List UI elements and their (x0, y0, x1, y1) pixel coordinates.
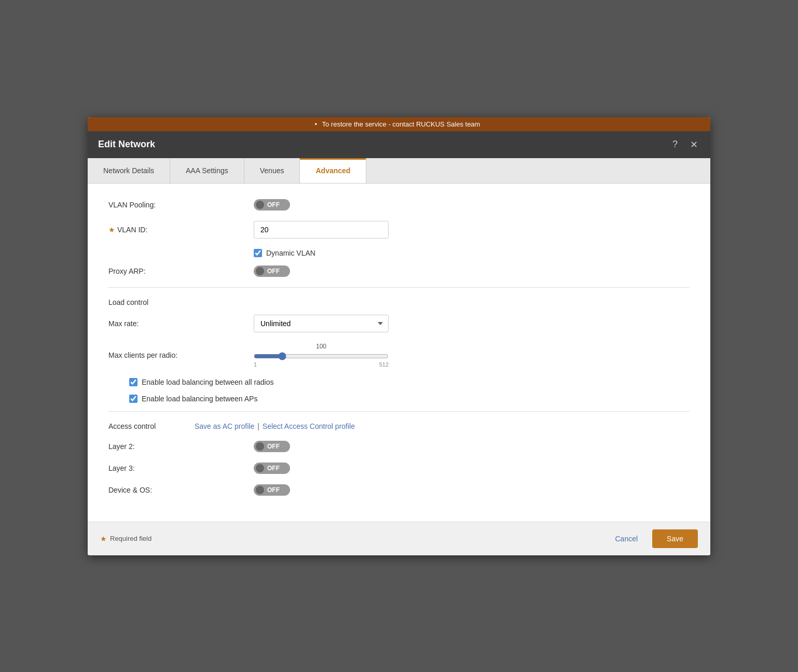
modal-footer: ★ Required field Cancel Save (88, 522, 710, 555)
dynamic-vlan-label: Dynamic VLAN (266, 249, 315, 257)
modal: • To restore the service - contact RUCKU… (88, 117, 710, 555)
proxy-arp-label: Proxy ARP: (108, 267, 254, 275)
vlan-pooling-row: VLAN Pooling: OFF (108, 199, 690, 211)
select-ac-profile-link[interactable]: Select Access Control profile (263, 422, 355, 430)
tab-venues[interactable]: Venues (244, 158, 300, 183)
max-rate-select[interactable]: Unlimited 1 Mbps 2 Mbps 5 Mbps 10 Mbps (254, 315, 389, 332)
proxy-arp-control: OFF (254, 265, 690, 277)
max-clients-value-label: 100 (254, 343, 389, 350)
lb-aps-row: Enable load balancing between APs (129, 395, 690, 403)
help-icon[interactable]: ? (669, 138, 681, 151)
layer3-toggle[interactable]: OFF (254, 463, 290, 474)
vlan-pooling-toggle-label: OFF (267, 201, 280, 208)
lb-aps-label: Enable load balancing between APs (142, 395, 257, 403)
layer2-control: OFF (254, 441, 690, 452)
header-icons: ? ✕ (669, 138, 700, 151)
toggle-dot (256, 464, 264, 472)
divider-1 (108, 287, 690, 288)
lb-radios-label: Enable load balancing between all radios (142, 378, 274, 386)
modal-body: VLAN Pooling: OFF ★ VLAN ID: Dynamic VLA… (88, 184, 710, 522)
vlan-id-input[interactable] (254, 221, 389, 239)
footer-buttons: Cancel Save (607, 529, 698, 548)
lb-radios-row: Enable load balancing between all radios (129, 378, 690, 386)
dynamic-vlan-checkbox[interactable] (254, 249, 262, 257)
vlan-id-label-text: VLAN ID: (117, 226, 147, 234)
layer2-label: Layer 2: (108, 442, 254, 451)
divider-2 (108, 411, 690, 412)
slider-min-label: 1 (254, 361, 257, 368)
tab-advanced[interactable]: Advanced (300, 158, 366, 183)
required-field-label: Required field (110, 535, 152, 542)
access-control-header: Access control Save as AC profile | Sele… (108, 422, 690, 430)
cancel-button[interactable]: Cancel (607, 529, 646, 548)
notification-bar: • To restore the service - contact RUCKU… (88, 117, 710, 131)
vlan-id-required-star: ★ (108, 226, 115, 234)
required-note: ★ Required field (100, 535, 152, 543)
layer2-row: Layer 2: OFF (108, 441, 690, 452)
toggle-dot (256, 442, 264, 451)
layer3-toggle-label: OFF (267, 465, 280, 472)
tab-network-details[interactable]: Network Details (88, 158, 170, 183)
layer2-toggle-label: OFF (267, 443, 280, 450)
max-clients-row: Max clients per radio: 100 1 512 (108, 343, 690, 368)
max-rate-row: Max rate: Unlimited 1 Mbps 2 Mbps 5 Mbps… (108, 315, 690, 332)
vlan-pooling-toggle[interactable]: OFF (254, 199, 290, 211)
lb-aps-checkbox[interactable] (129, 395, 137, 403)
vlan-pooling-label: VLAN Pooling: (108, 201, 254, 209)
ac-link-separator: | (257, 422, 259, 430)
save-ac-profile-link[interactable]: Save as AC profile (195, 422, 254, 430)
max-clients-control: 100 1 512 (254, 343, 690, 368)
modal-title: Edit Network (98, 139, 155, 150)
slider-range-labels: 1 512 (254, 361, 389, 368)
close-icon[interactable]: ✕ (687, 138, 700, 151)
device-os-label: Device & OS: (108, 486, 254, 494)
device-os-control: OFF (254, 484, 690, 496)
save-button[interactable]: Save (652, 529, 698, 548)
layer3-label: Layer 3: (108, 464, 254, 472)
device-os-toggle[interactable]: OFF (254, 484, 290, 496)
tab-aaa-settings[interactable]: AAA Settings (170, 158, 244, 183)
max-clients-slider[interactable] (254, 352, 389, 360)
ac-links: Save as AC profile | Select Access Contr… (195, 422, 355, 430)
vlan-id-label: ★ VLAN ID: (108, 226, 254, 234)
toggle-dot (256, 201, 264, 209)
max-clients-label: Max clients per radio: (108, 351, 254, 359)
modal-header: Edit Network ? ✕ (88, 131, 710, 158)
layer3-control: OFF (254, 463, 690, 474)
vlan-id-control (254, 221, 690, 239)
proxy-arp-toggle[interactable]: OFF (254, 265, 290, 277)
vlan-pooling-control: OFF (254, 199, 690, 211)
dynamic-vlan-row: Dynamic VLAN (254, 249, 690, 257)
max-clients-slider-container: 100 1 512 (254, 343, 389, 368)
max-rate-label: Max rate: (108, 319, 254, 328)
tabs-bar: Network Details AAA Settings Venues Adva… (88, 158, 710, 184)
footer-required-star: ★ (100, 535, 107, 543)
device-os-row: Device & OS: OFF (108, 484, 690, 496)
max-rate-control: Unlimited 1 Mbps 2 Mbps 5 Mbps 10 Mbps (254, 315, 690, 332)
layer3-row: Layer 3: OFF (108, 463, 690, 474)
notification-bullet: • (315, 120, 318, 128)
vlan-id-row: ★ VLAN ID: (108, 221, 690, 239)
load-control-title: Load control (108, 298, 690, 306)
access-control-title: Access control (108, 422, 186, 430)
lb-radios-checkbox[interactable] (129, 378, 137, 386)
slider-max-label: 512 (379, 361, 389, 368)
device-os-toggle-label: OFF (267, 486, 280, 494)
toggle-dot (256, 267, 264, 275)
notification-text: To restore the service - contact RUCKUS … (322, 120, 480, 128)
proxy-arp-toggle-label: OFF (267, 268, 280, 275)
toggle-dot (256, 486, 264, 494)
layer2-toggle[interactable]: OFF (254, 441, 290, 452)
proxy-arp-row: Proxy ARP: OFF (108, 265, 690, 277)
